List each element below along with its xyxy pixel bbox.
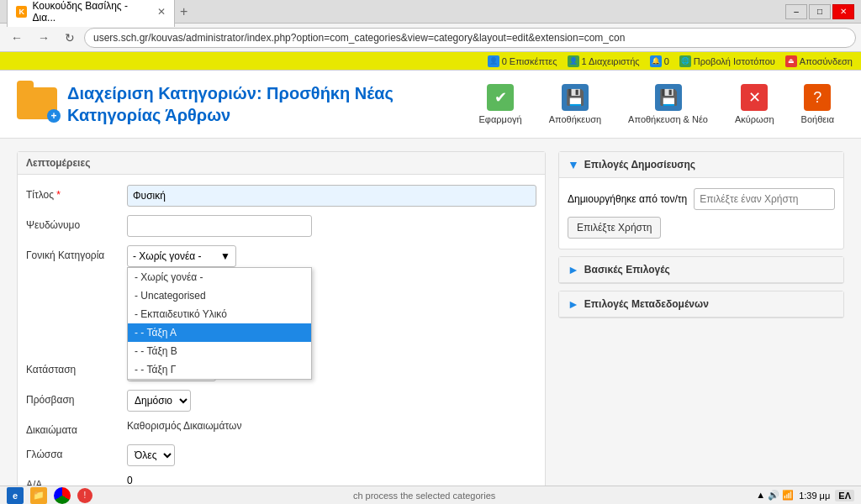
meta-options-header[interactable]: ► Επιλογές Μεταδεδομένων bbox=[559, 291, 843, 318]
alias-input[interactable] bbox=[127, 215, 312, 237]
window-controls: – □ ✕ bbox=[785, 4, 854, 19]
language-row: Γλώσσα Όλες bbox=[26, 444, 536, 466]
tab-favicon: K bbox=[16, 6, 27, 18]
publication-header[interactable]: ▼ Επιλογές Δημοσίευσης bbox=[559, 152, 843, 178]
cancel-label: Ακύρωση bbox=[735, 114, 774, 124]
tab-title: Κουκούδης Βασίλης - Δια... bbox=[32, 0, 149, 24]
title-label: Τίτλος * bbox=[26, 185, 127, 201]
logout-label: Αποσύνδεση bbox=[800, 56, 853, 66]
dropdown-item-5[interactable]: - - Τάξη Γ bbox=[128, 360, 311, 379]
user-input[interactable] bbox=[694, 188, 835, 210]
parent-dropdown-value: - Χωρίς γονέα - bbox=[133, 250, 202, 262]
page-title-line2: Κατηγορίας Άρθρων bbox=[67, 106, 230, 124]
site-icon: 🌐 bbox=[679, 55, 691, 67]
help-icon: ? bbox=[804, 84, 831, 111]
address-bar[interactable] bbox=[84, 28, 856, 48]
access-label: Πρόσβαση bbox=[26, 390, 127, 406]
save-button[interactable]: 💾 Αποθήκευση bbox=[539, 79, 611, 129]
notif-count: 🔔 0 bbox=[650, 55, 669, 67]
title-required: * bbox=[56, 189, 61, 201]
basic-options-header[interactable]: ► Βασικές Επιλογές bbox=[559, 257, 843, 283]
sys-tray: ▲ 🔊 📶 bbox=[756, 490, 794, 501]
parent-label: Γονική Κατηγορία bbox=[26, 245, 127, 261]
parent-dropdown-trigger[interactable]: - Χωρίς γονέα - ▼ bbox=[127, 245, 236, 267]
maximize-button[interactable]: □ bbox=[809, 4, 831, 19]
dropdown-item-1[interactable]: - Uncategorised bbox=[128, 286, 311, 305]
toolbar-buttons: ✔ Εφαρμογή 💾 Αποθήκευση 💾 Αποθήκευση & Ν… bbox=[468, 79, 844, 129]
status-notice-text: ch process the selected categories bbox=[353, 491, 495, 501]
dropdown-item-4[interactable]: - - Τάξη Β bbox=[128, 342, 311, 360]
details-header: Λεπτομέρειες bbox=[18, 152, 545, 175]
section-label: Λεπτομέρειες bbox=[26, 157, 90, 169]
browser-tab[interactable]: K Κουκούδης Βασίλης - Δια... ✕ bbox=[7, 0, 175, 27]
dropdown-item-2[interactable]: - Εκπαιδευτικό Υλικό bbox=[128, 305, 311, 323]
language-badge: ΕΛ bbox=[835, 490, 854, 501]
notif-logout[interactable]: ⏏ Αποσύνδεση bbox=[785, 55, 853, 67]
dropdown-item-3[interactable]: - - Τάξη Α bbox=[128, 323, 311, 342]
status-notice: ch process the selected categories bbox=[99, 491, 749, 501]
aa-value: 0 bbox=[127, 475, 133, 486]
browser-titlebar: K Κουκούδης Βασίλης - Δια... ✕ + – □ ✕ bbox=[0, 0, 861, 24]
save-new-button[interactable]: 💾 Αποθήκευση & Νέο bbox=[618, 79, 718, 129]
taskbar-ie-icon[interactable]: e bbox=[7, 487, 24, 504]
publication-collapse-arrow: ▼ bbox=[568, 158, 579, 171]
category-dropdown: - Χωρίς γονέα - - Uncategorised - Εκπαιδ… bbox=[127, 267, 312, 380]
meta-options-arrow: ► bbox=[568, 297, 579, 311]
count-icon: 🔔 bbox=[650, 55, 662, 67]
language-select[interactable]: Όλες bbox=[127, 444, 175, 466]
cancel-icon: ✕ bbox=[741, 84, 768, 111]
save-new-icon: 💾 bbox=[655, 84, 682, 111]
taskbar-folder-icon[interactable]: 📁 bbox=[30, 487, 47, 504]
page-title-line1: Διαχείριση Κατηγοριών: Προσθήκη Νέας bbox=[67, 84, 394, 102]
close-button[interactable]: ✕ bbox=[832, 4, 854, 19]
clock: 1:39 μμ bbox=[799, 491, 830, 501]
apply-label: Εφαρμογή bbox=[478, 114, 521, 124]
content-body: Λεπτομέρειες Τίτλος * Ψευδώνυμ bbox=[0, 139, 861, 504]
rights-value: Καθορισμός Δικαιωμάτων bbox=[127, 420, 241, 432]
new-tab-button[interactable]: + bbox=[175, 4, 193, 19]
basic-options-label: Βασικές Επιλογές bbox=[584, 264, 670, 276]
page-title-section: + Διαχείριση Κατηγοριών: Προσθήκη Νέας Κ… bbox=[17, 82, 394, 126]
alias-label: Ψευδώνυμο bbox=[26, 215, 127, 231]
site-label: Προβολή Ιστοτόπου bbox=[694, 56, 775, 66]
cancel-button[interactable]: ✕ Ακύρωση bbox=[725, 79, 784, 129]
notif-visitors: 👤 0 Επισκέπτες bbox=[488, 55, 557, 67]
statusbar-right: ▲ 🔊 📶 1:39 μμ ΕΛ bbox=[756, 490, 854, 501]
status-label: Κατάσταση bbox=[26, 360, 127, 375]
notif-site[interactable]: 🌐 Προβολή Ιστοτόπου bbox=[679, 55, 775, 67]
minimize-button[interactable]: – bbox=[785, 4, 807, 19]
folder-plus-icon: + bbox=[47, 109, 61, 123]
reload-button[interactable]: ↻ bbox=[59, 28, 81, 48]
admin-icon: 👤 bbox=[568, 55, 579, 67]
tab-close-btn[interactable]: ✕ bbox=[157, 6, 166, 18]
taskbar-notification-icon[interactable]: ! bbox=[77, 488, 92, 503]
parent-row: Γονική Κατηγορία - Χωρίς γονέα - ▼ - Χωρ… bbox=[26, 245, 536, 267]
title-input[interactable] bbox=[127, 185, 536, 207]
save-icon: 💾 bbox=[562, 84, 589, 111]
title-row: Τίτλος * bbox=[26, 185, 536, 207]
save-new-label: Αποθήκευση & Νέο bbox=[628, 114, 708, 124]
publication-section: ▼ Επιλογές Δημοσίευσης Δημιουργήθηκε από… bbox=[558, 151, 844, 249]
language-label: Γλώσσα bbox=[26, 444, 127, 460]
page-title: Διαχείριση Κατηγοριών: Προσθήκη Νέας Κατ… bbox=[67, 82, 394, 126]
publication-header-label: Επιλογές Δημοσίευσης bbox=[584, 159, 695, 171]
apply-icon: ✔ bbox=[487, 84, 514, 111]
notification-bar: 👤 0 Επισκέπτες 👤 1 Διαχειριστής 🔔 0 🌐 Πρ… bbox=[0, 52, 861, 71]
meta-options-label: Επιλογές Μεταδεδομένων bbox=[584, 298, 709, 310]
admin-label: 1 Διαχειριστής bbox=[582, 56, 640, 66]
publication-body: Δημιουργήθηκε από τον/τη Επιλέξτε Χρήστη bbox=[559, 178, 843, 249]
meta-options-section: ► Επιλογές Μεταδεδομένων bbox=[558, 291, 844, 318]
taskbar-chrome-icon[interactable] bbox=[54, 487, 71, 504]
save-label: Αποθήκευση bbox=[549, 114, 601, 124]
visitors-label: 0 Επισκέπτες bbox=[502, 56, 557, 66]
select-user-button[interactable]: Επιλέξτε Χρήστη bbox=[568, 217, 661, 239]
back-button[interactable]: ← bbox=[5, 28, 29, 48]
visitors-icon: 👤 bbox=[488, 55, 499, 67]
help-button[interactable]: ? Βοήθεια bbox=[791, 79, 844, 129]
rights-row: Δικαιώματα Καθορισμός Δικαιωμάτων bbox=[26, 420, 536, 436]
access-select[interactable]: Δημόσιο bbox=[127, 390, 191, 412]
forward-button[interactable]: → bbox=[32, 28, 55, 48]
apply-button[interactable]: ✔ Εφαρμογή bbox=[468, 79, 531, 129]
dropdown-item-0[interactable]: - Χωρίς γονέα - bbox=[128, 268, 311, 286]
right-panel: ▼ Επιλογές Δημοσίευσης Δημιουργήθηκε από… bbox=[558, 151, 844, 504]
